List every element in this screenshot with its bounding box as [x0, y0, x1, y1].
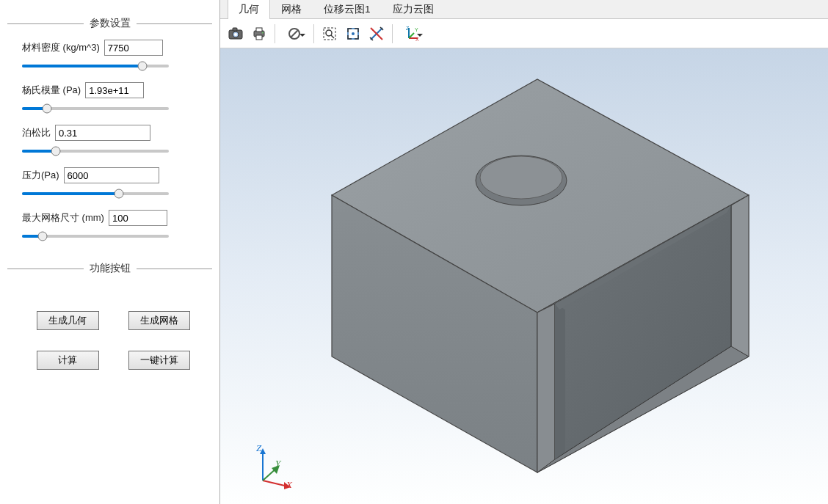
svg-rect-6: [256, 35, 262, 40]
tab-mesh[interactable]: 网格: [270, 0, 313, 19]
label-pressure: 压力(Pa): [22, 169, 59, 182]
generate-mesh-button[interactable]: 生成网格: [128, 311, 191, 330]
group-buttons-title: 功能按钮: [84, 262, 137, 275]
tab-displacement[interactable]: 位移云图1: [313, 0, 382, 19]
svg-text:X: X: [415, 37, 419, 41]
svg-point-7: [262, 32, 264, 33]
input-poisson[interactable]: [55, 125, 150, 141]
camera-icon[interactable]: [225, 23, 247, 45]
tabbar: 几何 网格 位移云图1 应力云图: [220, 0, 828, 19]
slider-poisson[interactable]: [22, 145, 169, 157]
fit-icon[interactable]: [342, 23, 364, 45]
sidebar: 参数设置 材料密度 (kg/m^3) 杨氏模量 (Pa): [0, 0, 220, 504]
slider-mesh[interactable]: [22, 230, 169, 242]
svg-line-9: [291, 30, 298, 37]
svg-point-3: [234, 33, 237, 36]
svg-point-11: [326, 30, 332, 36]
compute-button[interactable]: 计算: [37, 351, 99, 370]
viewport-3d[interactable]: Z Y X: [220, 48, 828, 504]
axes-gizmo: Z Y X: [250, 445, 294, 489]
svg-text:Z: Z: [406, 26, 410, 31]
svg-marker-36: [555, 304, 565, 459]
axis-label-x: X: [286, 479, 292, 491]
toolbar: Z Y X: [220, 19, 828, 48]
axes-icon[interactable]: Z Y X: [397, 23, 426, 45]
svg-marker-33: [537, 304, 555, 472]
group-params-title: 参数设置: [84, 17, 137, 30]
input-youngs[interactable]: [85, 82, 144, 98]
svg-point-14: [352, 32, 355, 35]
svg-rect-5: [256, 28, 262, 32]
label-poisson: 泊松比: [22, 126, 51, 139]
measure-icon[interactable]: [366, 23, 388, 45]
slider-pressure[interactable]: [22, 188, 169, 200]
zoom-area-icon[interactable]: [319, 23, 341, 45]
main-panel: 几何 网格 位移云图1 应力云图: [220, 0, 828, 504]
svg-rect-1: [233, 28, 237, 31]
block-icon[interactable]: [280, 23, 309, 45]
label-mesh: 最大网格尺寸 (mm): [22, 211, 104, 224]
input-density[interactable]: [104, 40, 163, 56]
label-youngs: 杨氏模量 (Pa): [22, 84, 81, 97]
input-pressure[interactable]: [64, 167, 159, 183]
generate-geometry-button[interactable]: 生成几何: [37, 311, 99, 330]
axis-label-y: Y: [275, 458, 280, 470]
svg-line-40: [263, 481, 288, 486]
label-density: 材料密度 (kg/m^3): [22, 41, 100, 54]
axis-label-z: Z: [256, 442, 261, 454]
svg-point-25: [480, 156, 562, 199]
print-icon[interactable]: [248, 23, 270, 45]
svg-text:Y: Y: [415, 27, 418, 32]
tab-geometry[interactable]: 几何: [228, 0, 270, 19]
svg-line-12: [331, 35, 334, 38]
svg-marker-34: [731, 195, 749, 357]
group-params: 参数设置 材料密度 (kg/m^3) 杨氏模量 (Pa): [7, 18, 212, 252]
one-click-compute-button[interactable]: 一键计算: [128, 351, 191, 370]
slider-youngs[interactable]: [22, 103, 169, 114]
tab-stress[interactable]: 应力云图: [382, 0, 445, 19]
svg-line-19: [409, 33, 414, 38]
slider-density[interactable]: [22, 60, 169, 72]
input-mesh[interactable]: [109, 210, 167, 226]
group-buttons: 功能按钮 生成几何 生成网格 计算 一键计算: [7, 263, 212, 370]
